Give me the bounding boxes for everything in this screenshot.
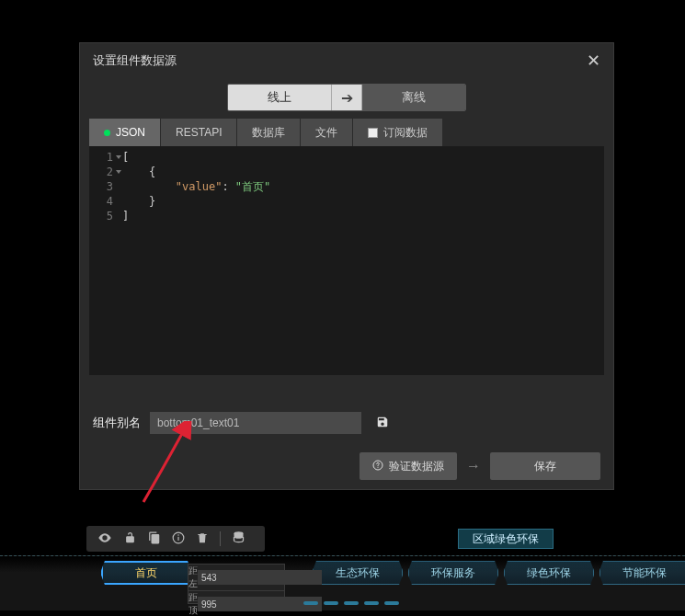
alias-row: 组件别名 bbox=[89, 412, 604, 434]
pos-left-label: 距左 bbox=[188, 565, 198, 590]
unlock-icon[interactable] bbox=[123, 530, 137, 547]
editor-content[interactable]: [ { "value": "首页" } ] bbox=[117, 146, 604, 375]
save-button[interactable]: 保存 bbox=[490, 452, 600, 480]
tab-restapi[interactable]: RESTAPI bbox=[161, 119, 237, 146]
verify-button[interactable]: 验证数据源 bbox=[360, 452, 457, 480]
svg-point-1 bbox=[378, 467, 379, 468]
svg-rect-3 bbox=[177, 536, 178, 540]
tab-json[interactable]: JSON bbox=[89, 119, 161, 146]
copy-icon[interactable] bbox=[148, 531, 161, 547]
line-number: 5 bbox=[89, 209, 113, 223]
nav-energy[interactable]: 节能环保 bbox=[599, 561, 685, 585]
decoration-dashes bbox=[303, 601, 399, 605]
tab-label: 数据库 bbox=[252, 125, 285, 141]
pos-left-input[interactable] bbox=[198, 570, 322, 585]
status-dot-icon bbox=[104, 130, 110, 136]
question-circle-icon bbox=[372, 460, 383, 473]
tab-label: RESTAPI bbox=[176, 126, 222, 139]
modal-header: 设置组件数据源 ✕ bbox=[80, 43, 613, 78]
line-number: 2 bbox=[89, 165, 113, 179]
trash-icon[interactable] bbox=[196, 531, 209, 547]
alias-label: 组件别名 bbox=[93, 415, 141, 431]
checkbox-icon[interactable] bbox=[368, 128, 378, 138]
page-title-banner: 区域绿色环保 bbox=[458, 529, 554, 549]
line-number: 4 bbox=[89, 194, 113, 209]
component-toolbar bbox=[86, 526, 265, 552]
pos-top-label: 距顶 bbox=[188, 591, 198, 616]
datasource-modal: 设置组件数据源 ✕ 线上 ➔ 离线 JSON RESTAPI 数据库 文件 订阅… bbox=[79, 42, 614, 490]
line-number: 1 bbox=[89, 150, 113, 165]
modal-title: 设置组件数据源 bbox=[93, 52, 177, 69]
alias-input[interactable] bbox=[150, 412, 361, 434]
tab-database[interactable]: 数据库 bbox=[237, 119, 301, 146]
button-label: 保存 bbox=[534, 459, 556, 474]
mode-online-button[interactable]: 线上 bbox=[228, 85, 331, 110]
eye-icon[interactable] bbox=[97, 530, 112, 548]
source-tabs: JSON RESTAPI 数据库 文件 订阅数据 bbox=[89, 119, 604, 146]
mode-offline-button[interactable]: 离线 bbox=[362, 85, 465, 110]
save-alias-icon[interactable] bbox=[376, 416, 389, 431]
arrow-right-icon: → bbox=[466, 458, 481, 474]
button-label: 验证数据源 bbox=[389, 459, 444, 474]
divider bbox=[220, 531, 221, 546]
arrow-right-icon[interactable]: ➔ bbox=[331, 85, 362, 110]
svg-point-4 bbox=[177, 534, 179, 536]
database-icon[interactable] bbox=[232, 530, 245, 547]
mode-segmented: 线上 ➔ 离线 bbox=[227, 84, 466, 111]
tab-label: 文件 bbox=[315, 125, 337, 141]
tab-label: 订阅数据 bbox=[383, 125, 428, 141]
position-panel: 距左 距顶 bbox=[188, 564, 285, 604]
tab-label: JSON bbox=[116, 126, 145, 139]
close-icon[interactable]: ✕ bbox=[587, 51, 600, 71]
tab-file[interactable]: 文件 bbox=[301, 119, 353, 146]
code-editor[interactable]: 1 2 3 4 5 [ { "value": "首页" } ] bbox=[89, 146, 604, 375]
nav-home[interactable]: 首页 bbox=[101, 561, 191, 585]
nav-service[interactable]: 环保服务 bbox=[408, 561, 498, 585]
editor-gutter: 1 2 3 4 5 bbox=[89, 146, 117, 375]
info-icon[interactable] bbox=[172, 531, 185, 547]
tab-subscribe[interactable]: 订阅数据 bbox=[353, 119, 443, 146]
action-row: 验证数据源 → 保存 bbox=[89, 452, 604, 480]
nav-green[interactable]: 绿色环保 bbox=[504, 561, 594, 585]
nav-ecology[interactable]: 生态环保 bbox=[313, 561, 403, 585]
line-number: 3 bbox=[89, 179, 113, 194]
